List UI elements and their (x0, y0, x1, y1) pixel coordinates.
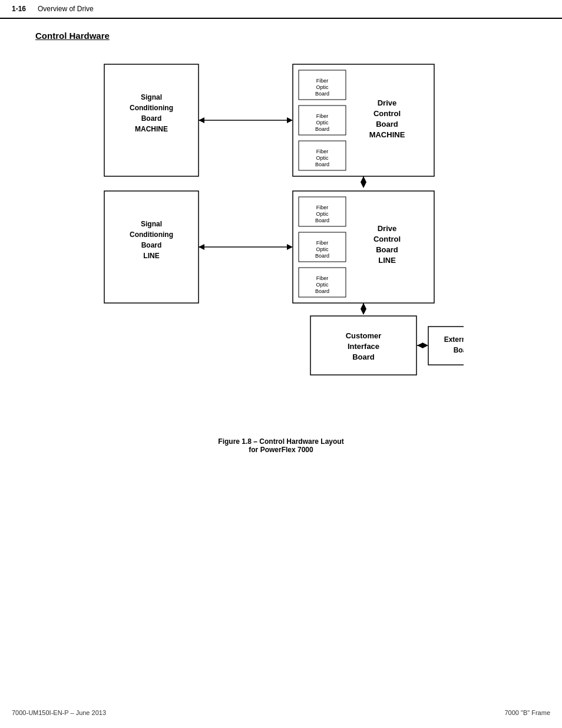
svg-text:Fiber: Fiber (316, 275, 329, 281)
svg-text:Fiber: Fiber (316, 78, 329, 84)
svg-text:Optic: Optic (316, 120, 329, 126)
svg-text:Fiber: Fiber (316, 149, 329, 154)
section-title: Control Hardware (35, 31, 527, 41)
figure-caption-line1: Figure 1.8 – Control Hardware Layout (218, 437, 343, 446)
figure-caption: Figure 1.8 – Control Hardware Layout for… (218, 437, 343, 454)
svg-marker-17 (361, 182, 366, 188)
svg-text:Board: Board (315, 288, 329, 294)
svg-text:Board: Board (315, 126, 329, 132)
svg-marker-18 (361, 176, 366, 182)
svg-marker-37 (361, 303, 366, 309)
svg-marker-42 (422, 342, 428, 348)
svg-text:LINE: LINE (378, 256, 396, 265)
svg-text:Board: Board (315, 253, 329, 259)
eio-label: External I/O (444, 335, 464, 344)
cib-label: Customer (346, 331, 382, 340)
diagram-area: Signal Conditioning Board MACHINE Fiber … (35, 58, 527, 454)
dcm-label: Drive (378, 98, 397, 107)
svg-text:Board: Board (352, 353, 375, 361)
scm-label: Signal (141, 93, 162, 101)
svg-marker-16 (287, 117, 293, 123)
svg-text:Board: Board (376, 120, 398, 129)
svg-text:Board: Board (315, 162, 329, 167)
dcl-label: Drive (378, 224, 397, 233)
svg-text:Board: Board (315, 91, 329, 97)
svg-text:LINE: LINE (143, 252, 159, 260)
svg-text:MACHINE: MACHINE (135, 125, 168, 133)
svg-text:Optic: Optic (316, 84, 329, 90)
control-hardware-diagram: Signal Conditioning Board MACHINE Fiber … (98, 58, 464, 424)
page-footer: 7000-UM150I-EN-P – June 2013 7000 "B" Fr… (0, 709, 562, 716)
page-number: 1-16 (12, 5, 26, 13)
svg-text:Fiber: Fiber (316, 113, 329, 119)
svg-text:Board: Board (315, 218, 329, 223)
svg-text:Board: Board (376, 245, 398, 254)
svg-marker-34 (199, 244, 204, 250)
scl-label: Signal (141, 220, 162, 228)
svg-marker-15 (199, 117, 204, 123)
svg-text:MACHINE: MACHINE (369, 130, 405, 139)
page-header: 1-16 Overview of Drive (0, 0, 562, 19)
svg-text:Board: Board (454, 346, 464, 354)
svg-marker-36 (361, 309, 366, 315)
svg-text:Optic: Optic (316, 155, 329, 161)
svg-text:Conditioning: Conditioning (130, 230, 173, 239)
svg-marker-41 (417, 342, 423, 348)
svg-text:Fiber: Fiber (316, 205, 329, 210)
svg-text:Conditioning: Conditioning (130, 104, 173, 112)
svg-text:Optic: Optic (316, 282, 329, 288)
svg-text:Control: Control (373, 235, 401, 243)
svg-text:Board: Board (141, 114, 162, 123)
figure-caption-line2: for PowerFlex 7000 (218, 446, 343, 454)
main-content: Control Hardware Signal Conditioning Boa… (0, 19, 562, 466)
footer-right: 7000 "B" Frame (504, 709, 550, 716)
header-title: Overview of Drive (38, 5, 94, 13)
svg-marker-35 (287, 244, 293, 250)
diagram-container: Signal Conditioning Board MACHINE Fiber … (98, 58, 464, 426)
footer-left: 7000-UM150I-EN-P – June 2013 (12, 709, 106, 716)
svg-text:Fiber: Fiber (316, 240, 329, 246)
svg-text:Optic: Optic (316, 246, 329, 252)
svg-text:Optic: Optic (316, 211, 329, 217)
svg-text:Interface: Interface (348, 342, 379, 351)
svg-text:Board: Board (141, 241, 162, 249)
svg-text:Control: Control (373, 109, 401, 118)
